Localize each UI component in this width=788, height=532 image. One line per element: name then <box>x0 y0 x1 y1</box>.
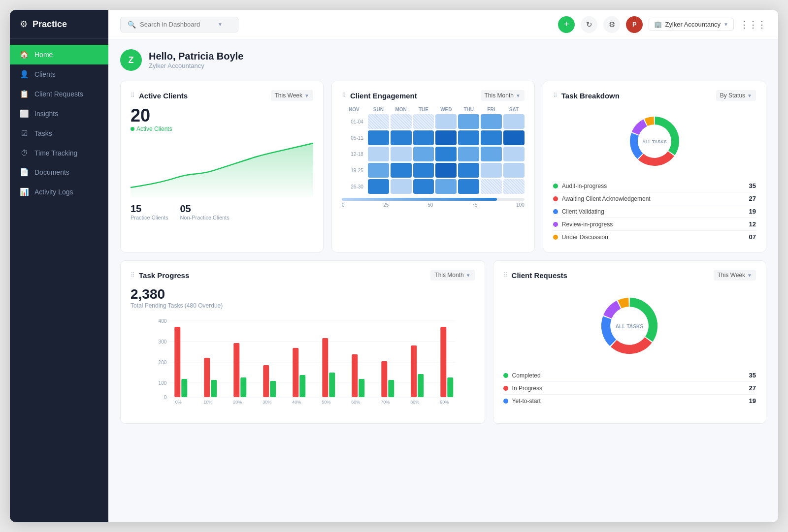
sidebar-item-documents[interactable]: 📄 Documents <box>10 162 108 182</box>
card-grip: ⠿ <box>553 92 558 99</box>
activity-logs-icon: 📊 <box>20 188 29 196</box>
sidebar-item-label: Tasks <box>34 129 52 137</box>
svg-text:ALL TASKS: ALL TASKS <box>616 324 644 329</box>
svg-text:200: 200 <box>159 360 167 365</box>
active-clients-card: ⠿ Active Clients This Week ▼ 20 Active C… <box>120 81 324 252</box>
sidebar-item-label: Client Requests <box>34 90 83 98</box>
task-progress-title: Task Progress <box>139 271 189 280</box>
card-grip: ⠿ <box>131 92 135 99</box>
list-item: Yet-to-start 19 <box>503 395 756 407</box>
legend-color <box>553 235 558 240</box>
line-chart <box>131 138 313 197</box>
sidebar-item-home[interactable]: 🏠 Home <box>10 45 108 64</box>
active-clients-title: Active Clients <box>139 92 188 100</box>
svg-rect-39 <box>447 377 453 397</box>
list-item: Under Discussion 07 <box>553 231 756 243</box>
sidebar-item-time-tracking[interactable]: ⏱ Time Tracking <box>10 143 108 162</box>
client-requests-icon: 📋 <box>20 90 29 98</box>
svg-rect-21 <box>270 381 276 397</box>
sidebar-item-tasks[interactable]: ☑ Tasks <box>10 124 108 143</box>
refresh-button[interactable]: ↻ <box>581 16 597 33</box>
search-icon: 🔍 <box>128 21 136 29</box>
svg-text:ALL TASKS: ALL TASKS <box>642 139 667 144</box>
sidebar: ⚙ Practice 🏠 Home 👤 Clients 📋 Client Req… <box>10 10 108 522</box>
active-clients-count: 20 <box>131 107 313 125</box>
add-button[interactable]: + <box>558 16 575 33</box>
avatar: P <box>626 16 643 33</box>
logo-icon: ⚙ <box>20 19 28 30</box>
card-grip: ⠿ <box>342 92 346 99</box>
sidebar-nav: 🏠 Home 👤 Clients 📋 Client Requests ⬜ Ins… <box>10 39 108 522</box>
app-logo: ⚙ Practice <box>10 10 108 39</box>
client-engagement-card: ⠿ Client Engagement This Month ▼ NOVSUNM… <box>331 81 535 252</box>
svg-text:90%: 90% <box>440 400 449 405</box>
non-practice-clients-num: 05 <box>180 203 229 215</box>
task-total: 2,380 <box>131 286 475 302</box>
cr-donut-chart: ALL TASKS <box>503 286 756 365</box>
sidebar-item-label: Activity Logs <box>34 188 73 196</box>
search-input[interactable] <box>140 21 214 28</box>
client-engagement-title: Client Engagement <box>350 92 417 100</box>
svg-rect-24 <box>299 375 305 397</box>
settings-button[interactable]: ⚙ <box>603 16 620 33</box>
legend-label: Under Discussion <box>562 234 608 241</box>
legend-label: Client Validating <box>562 208 604 215</box>
svg-rect-35 <box>411 345 417 397</box>
chevron-down-icon: ▼ <box>516 93 521 98</box>
task-breakdown-card: ⠿ Task Breakdown By Status ▼ ALL TASKS <box>543 81 766 252</box>
clients-stats: 15 Practice Clients 05 Non-Practice Clie… <box>131 203 313 220</box>
account-name: Zylker Accountancy <box>665 21 721 28</box>
sidebar-item-label: Insights <box>34 110 58 118</box>
task-breakdown-filter[interactable]: By Status ▼ <box>716 90 756 101</box>
cr-legend: Completed 35 In Progress 27 Yet-to-start… <box>503 369 756 407</box>
task-progress-filter[interactable]: This Month ▼ <box>430 270 474 281</box>
svg-rect-32 <box>381 361 387 397</box>
sidebar-item-activity-logs[interactable]: 📊 Activity Logs <box>10 182 108 202</box>
active-clients-filter[interactable]: This Week ▼ <box>271 90 313 101</box>
greeting-section: Z Hello, Patricia Boyle Zylker Accountan… <box>120 49 766 71</box>
svg-text:70%: 70% <box>381 400 390 405</box>
svg-rect-23 <box>293 348 298 397</box>
legend-value: 27 <box>749 384 756 392</box>
client-requests-filter[interactable]: This Week ▼ <box>714 270 756 281</box>
filter-label: This Week <box>718 272 745 279</box>
filter-label: This Month <box>485 92 514 99</box>
legend-value: 35 <box>749 182 756 189</box>
insights-icon: ⬜ <box>20 109 29 118</box>
svg-rect-14 <box>204 358 210 397</box>
legend-color <box>553 196 558 201</box>
svg-rect-26 <box>322 338 328 397</box>
legend-label: Yet-to-start <box>512 398 541 405</box>
active-clients-label: Active Clients <box>131 125 313 132</box>
sidebar-item-label: Clients <box>34 70 56 78</box>
list-item: Awaiting Client Acknowledgement 27 <box>553 192 756 205</box>
clients-icon: 👤 <box>20 70 29 79</box>
legend-label: Completed <box>512 372 541 379</box>
svg-rect-36 <box>418 374 424 397</box>
bottom-grid: ⠿ Task Progress This Month ▼ 2,380 Total… <box>120 260 766 424</box>
search-dropdown-icon[interactable]: ▼ <box>218 22 223 27</box>
sidebar-item-insights[interactable]: ⬜ Insights <box>10 104 108 124</box>
sidebar-item-client-requests[interactable]: 📋 Client Requests <box>10 84 108 104</box>
legend-label: Review-in-progress <box>562 221 613 228</box>
task-donut-chart: ALL TASKS <box>553 107 756 176</box>
client-requests-title: Client Requests <box>512 271 567 280</box>
main-content: 🔍 ▼ + ↻ ⚙ P 🏢 Zylker Accountancy ▼ ⋮⋮⋮ Z <box>108 10 778 522</box>
header: 🔍 ▼ + ↻ ⚙ P 🏢 Zylker Accountancy ▼ ⋮⋮⋮ <box>108 10 778 39</box>
account-dropdown-icon: ▼ <box>723 22 728 27</box>
legend-value: 19 <box>749 208 756 215</box>
svg-text:300: 300 <box>159 339 167 344</box>
account-switcher[interactable]: 🏢 Zylker Accountancy ▼ <box>649 18 734 31</box>
svg-text:400: 400 <box>159 318 167 324</box>
filter-label: By Status <box>720 92 745 99</box>
sidebar-item-clients[interactable]: 👤 Clients <box>10 64 108 84</box>
list-item: In Progress 27 <box>503 382 756 395</box>
sidebar-item-label: Time Tracking <box>34 149 77 157</box>
client-engagement-filter[interactable]: This Month ▼ <box>481 90 525 101</box>
legend-value: 12 <box>749 220 756 228</box>
search-bar[interactable]: 🔍 ▼ <box>120 17 238 32</box>
grid-menu-button[interactable]: ⋮⋮⋮ <box>740 19 766 30</box>
legend-color <box>553 222 558 227</box>
svg-rect-38 <box>440 327 446 397</box>
chevron-down-icon: ▼ <box>747 273 752 278</box>
